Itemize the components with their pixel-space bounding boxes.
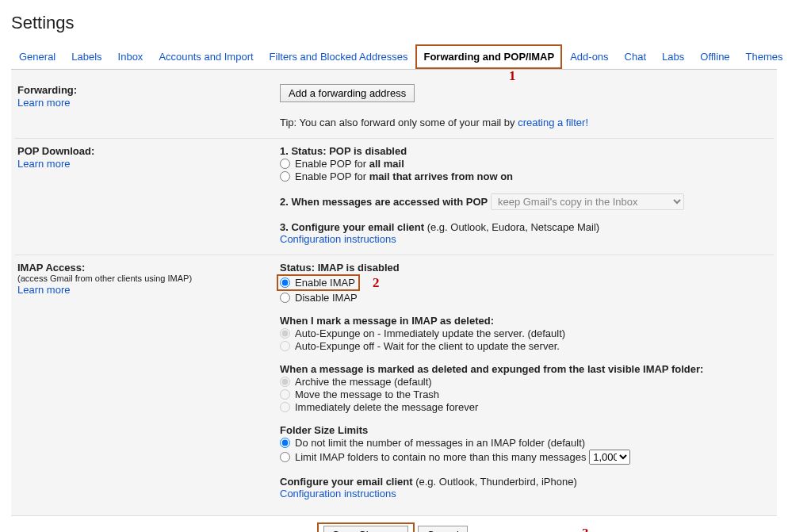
imap-sub-label: (access Gmail from other clients using I… [17, 274, 280, 283]
pop-learn-more-link[interactable]: Learn more [17, 158, 280, 170]
section-imap-access: IMAP Access: (access Gmail from other cl… [14, 255, 774, 509]
imap-access-label: IMAP Access: [17, 262, 85, 274]
page-title: Settings [11, 13, 777, 33]
no-limit-label: Do not limit the number of messages in a… [295, 437, 585, 449]
delete-forever-radio[interactable] [280, 402, 290, 412]
tab-general[interactable]: General [11, 44, 63, 69]
annotation-2: 2 [373, 275, 380, 291]
pop-enable-now-radio[interactable] [280, 171, 290, 182]
tab-inbox[interactable]: Inbox [110, 44, 151, 69]
move-to-trash-label: Move the message to the Trash [295, 388, 439, 400]
annotation-box-enable-imap: Enable IMAP [277, 274, 360, 291]
imap-status-value: IMAP is disabled [318, 262, 400, 274]
section-forwarding: Forwarding: Learn more Add a forwarding … [14, 78, 774, 139]
save-changes-button[interactable]: Save Changes [323, 526, 408, 532]
auto-expunge-off-label: Auto-Expunge off - Wait for the client t… [295, 340, 560, 352]
tab-labels[interactable]: Labels [63, 44, 109, 69]
pop-enable-all-bold: all mail [369, 158, 404, 170]
settings-tabs: General Labels Inbox Accounts and Import… [11, 44, 777, 70]
delete-forever-label: Immediately delete the message forever [295, 401, 478, 413]
enable-imap-label: Enable IMAP [295, 277, 355, 289]
tab-themes[interactable]: Themes [738, 44, 788, 69]
tab-addons[interactable]: Add-ons [562, 44, 616, 69]
creating-a-filter-link[interactable]: creating a filter! [518, 117, 588, 128]
limit-messages-select[interactable]: 1,000 [589, 450, 630, 465]
imap-configure-eg: (e.g. Outlook, Thunderbird, iPhone) [415, 476, 577, 488]
pop-status-value: POP is disabled [329, 145, 407, 157]
annotation-1: 1 [509, 68, 516, 84]
pop-accessed-select[interactable]: keep Gmail's copy in the Inbox [491, 193, 684, 210]
pop-enable-all-prefix: Enable POP for [295, 158, 366, 170]
disable-imap-label: Disable IMAP [295, 292, 358, 304]
auto-expunge-on-radio[interactable] [280, 328, 290, 339]
imap-configure-prefix: Configure your email client [280, 476, 415, 488]
annotation-box-save: Save Changes [317, 522, 415, 532]
auto-expunge-on-label: Auto-Expunge on - Immediately update the… [295, 327, 565, 339]
footer-bar: 3 Save Changes Cancel [11, 515, 777, 532]
section-pop-download: POP Download: Learn more 1. Status: POP … [14, 139, 774, 255]
disable-imap-radio[interactable] [280, 293, 290, 303]
tab-accounts[interactable]: Accounts and Import [151, 44, 261, 69]
tab-labs[interactable]: Labs [654, 44, 692, 69]
limit-radio[interactable] [280, 452, 290, 462]
enable-imap-radio[interactable] [280, 277, 290, 288]
pop-download-label: POP Download: [17, 145, 94, 157]
forwarding-tip-text: Tip: You can also forward only some of y… [280, 117, 518, 128]
archive-message-radio[interactable] [280, 377, 290, 387]
imap-learn-more-link[interactable]: Learn more [17, 284, 280, 296]
imap-config-instructions-link[interactable]: Configuration instructions [280, 488, 396, 499]
tab-filters[interactable]: Filters and Blocked Addresses [262, 44, 416, 69]
add-forwarding-address-button[interactable]: Add a forwarding address [280, 84, 415, 102]
move-to-trash-radio[interactable] [280, 389, 290, 400]
pop-status-prefix: 1. Status: [280, 145, 329, 157]
pop-enable-now-bold: mail that arrives from now on [369, 170, 513, 182]
imap-status-prefix: Status: [280, 262, 318, 274]
imap-deleted-header: When I mark a message in IMAP as deleted… [280, 315, 774, 327]
pop-configure-prefix: 3. Configure your email client [280, 221, 427, 233]
tab-forwarding-pop-imap[interactable]: Forwarding and POP/IMAP [415, 44, 562, 69]
pop-accessed-label: 2. When messages are accessed with POP [280, 196, 488, 208]
pop-configure-eg: (e.g. Outlook, Eudora, Netscape Mail) [427, 221, 600, 233]
pop-enable-all-radio[interactable] [280, 159, 290, 169]
no-limit-radio[interactable] [280, 438, 290, 448]
imap-expunged-header: When a message is marked as deleted and … [280, 363, 774, 375]
archive-message-label: Archive the message (default) [295, 376, 432, 388]
cancel-button[interactable]: Cancel [418, 526, 467, 532]
pop-enable-now-prefix: Enable POP for [295, 170, 366, 182]
forwarding-learn-more-link[interactable]: Learn more [17, 97, 280, 109]
auto-expunge-off-radio[interactable] [280, 341, 290, 351]
tab-chat[interactable]: Chat [617, 44, 654, 69]
annotation-3: 3 [582, 526, 589, 532]
folder-size-header: Folder Size Limits [280, 424, 774, 436]
limit-label: Limit IMAP folders to contain no more th… [295, 451, 587, 463]
forwarding-label: Forwarding: [17, 84, 77, 96]
pop-config-instructions-link[interactable]: Configuration instructions [280, 233, 396, 245]
tab-offline[interactable]: Offline [692, 44, 737, 69]
